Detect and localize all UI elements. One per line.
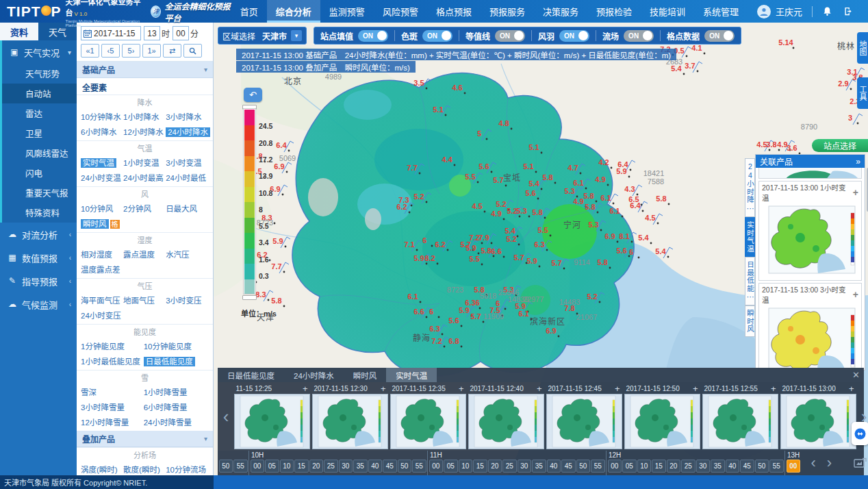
slider-minute-11H55[interactable]: 55 xyxy=(591,460,605,473)
add-overlay-icon[interactable]: + xyxy=(693,384,698,394)
timeline-thumbnail[interactable]: 2017-11-15 12:30+ xyxy=(312,384,388,449)
slider-minute-10H35[interactable]: 35 xyxy=(353,460,368,473)
sidebar-tab-资料[interactable]: 资料 xyxy=(0,23,38,40)
slider-minute-11H00[interactable]: 00 xyxy=(429,460,444,473)
slider-minute-10H00[interactable]: 00 xyxy=(251,460,265,473)
sidebar-item-特殊资料[interactable]: 特殊资料 xyxy=(2,203,77,223)
product-link-1小时降水[interactable]: 1小时降水 xyxy=(122,110,164,123)
timeline-tab-实时气温[interactable]: 实时气温 xyxy=(386,368,437,382)
nav-item-格点预报[interactable]: 格点预报 xyxy=(427,0,481,23)
product-link-3小时降雪量[interactable]: 3小时降雪量 xyxy=(79,400,142,414)
product-link-24小时变温[interactable]: 24小时变温 xyxy=(79,171,122,184)
sidebar-item-自动站[interactable]: 自动站 xyxy=(2,84,77,103)
slider-minute-12H50[interactable]: 50 xyxy=(755,460,769,473)
slider-minute-11H05[interactable]: 05 xyxy=(444,460,458,473)
notifications-bell-icon[interactable] xyxy=(822,6,832,16)
product-link-2分钟风[interactable]: 2分钟风 xyxy=(122,201,164,215)
related-products-header[interactable]: 关联产品» xyxy=(756,155,865,168)
timeline-thumbnail[interactable]: 11-15 12:25+ xyxy=(234,384,310,449)
timeline-thumbnail[interactable]: 2017-11-15 12:35+ xyxy=(390,384,466,449)
slider-minute-12H30[interactable]: 30 xyxy=(696,460,711,473)
nav-item-综合分析[interactable]: 综合分析 xyxy=(267,0,320,23)
close-icon[interactable]: ✕ xyxy=(852,370,860,380)
toggle-switch-风羽[interactable]: ON xyxy=(559,30,589,42)
undo-button[interactable]: ↶ xyxy=(244,88,262,102)
slider-minute-10H50[interactable]: 50 xyxy=(398,460,412,473)
logout-icon[interactable] xyxy=(843,6,854,16)
legend-handle-bottom[interactable] xyxy=(242,295,257,300)
product-link-露点温度[interactable]: 露点温度 xyxy=(122,247,164,261)
slider-minute-55[interactable]: 55 xyxy=(233,460,248,473)
nav-item-系统管理[interactable]: 系统管理 xyxy=(694,0,748,23)
product-link-3小时变温[interactable]: 3小时变温 xyxy=(164,155,207,169)
toggle-switch-色斑[interactable]: ON xyxy=(422,30,452,42)
slider-minute-10H15[interactable]: 15 xyxy=(294,460,309,473)
slider-minute-11H10[interactable]: 10 xyxy=(459,460,473,473)
username[interactable]: 王庆元 xyxy=(776,5,802,18)
slider-minute-10H45[interactable]: 45 xyxy=(383,460,397,473)
slider-minute-10H40[interactable]: 40 xyxy=(368,460,383,473)
region-selector[interactable]: 区域选择 天津市 ▾ xyxy=(218,27,307,45)
avatar[interactable] xyxy=(757,5,771,18)
station-select-button[interactable]: 站点选择 xyxy=(812,139,868,152)
nav-item-预报检验[interactable]: 预报检验 xyxy=(587,0,641,23)
slider-minute-50[interactable]: 50 xyxy=(219,460,233,473)
search-button[interactable] xyxy=(183,44,202,58)
slider-minute-11H40[interactable]: 40 xyxy=(547,460,561,473)
slider-minute-12H20[interactable]: 20 xyxy=(667,460,681,473)
product-link-10分钟风[interactable]: 10分钟风 xyxy=(79,201,122,215)
add-overlay-icon[interactable]: + xyxy=(849,384,854,394)
product-link-地面气压[interactable]: 地面气压 xyxy=(122,293,164,307)
product-link-实时气温[interactable]: 实时气温 xyxy=(79,155,122,169)
sidebar-group-header-天气实况[interactable]: ▣天气实况▾ xyxy=(2,40,77,64)
product-link-24小时最低[interactable]: 24小时最低 xyxy=(164,171,207,184)
basic-products-header[interactable]: 基础产品▾ xyxy=(77,62,213,78)
product-vtab-24小时降⋯[interactable]: 24小时降⋯ xyxy=(745,158,755,217)
slider-minute-12H05[interactable]: 05 xyxy=(622,460,637,473)
add-overlay-icon[interactable]: + xyxy=(853,289,858,300)
hour-input[interactable]: 13 xyxy=(144,26,160,40)
remote-support-icon[interactable] xyxy=(852,422,868,445)
slider-minute-12H10[interactable]: 10 xyxy=(637,460,652,473)
product-link-24小时降雪量[interactable]: 24小时降雪量 xyxy=(142,415,205,429)
map-area[interactable]: 7.74.45.65.14.74.26.45.95.55.75.45.86.14… xyxy=(214,23,868,475)
timeline-thumbnail[interactable]: 2017-11-15 12:50+ xyxy=(624,384,700,449)
add-overlay-icon[interactable]: + xyxy=(537,384,542,394)
page-back-button[interactable]: ‹5 xyxy=(101,44,120,58)
slider-prev-button[interactable]: ‹ xyxy=(811,454,816,472)
product-link-日最大风[interactable]: 日最大风 xyxy=(164,201,207,215)
add-overlay-icon[interactable]: + xyxy=(303,384,308,394)
toggle-switch-等值线[interactable]: ON xyxy=(495,30,525,42)
product-link-雪深[interactable]: 雪深 xyxy=(79,385,142,399)
slider-minute-10H05[interactable]: 05 xyxy=(265,460,279,473)
add-overlay-icon[interactable]: + xyxy=(771,384,776,394)
slider-minute-12H45[interactable]: 45 xyxy=(740,460,754,473)
product-vtab-实时气温[interactable]: 实时气温 xyxy=(745,217,755,257)
product-link-1小时最低能见度[interactable]: 1小时最低能见度 xyxy=(79,354,142,368)
timeline-tab-24小时降水[interactable]: 24小时降水 xyxy=(284,368,344,382)
edge-tab-地图[interactable]: 地图 xyxy=(857,32,868,64)
product-link-瞬时风[interactable]: 瞬时风格 xyxy=(79,216,122,230)
product-link-1小时变温[interactable]: 1小时变温 xyxy=(122,155,164,169)
slider-minute-10H30[interactable]: 30 xyxy=(339,460,353,473)
slider-minute-12H00[interactable]: 00 xyxy=(608,460,622,473)
thumbnails-prev-icon[interactable]: ‹ xyxy=(219,406,233,427)
product-link-1分钟能见度[interactable]: 1分钟能见度 xyxy=(79,339,142,353)
sidebar-item-风廓线雷达[interactable]: 风廓线雷达 xyxy=(2,143,77,163)
nav-item-预报服务[interactable]: 预报服务 xyxy=(481,0,534,23)
timeline-thumbnail[interactable]: 2017-11-15 12:55+ xyxy=(702,384,778,449)
product-link-水汽压[interactable]: 水汽压 xyxy=(164,247,207,261)
page-back-fast-button[interactable]: «1 xyxy=(81,44,99,58)
product-link-12小时降雪量[interactable]: 12小时降雪量 xyxy=(79,415,142,429)
nav-item-技能培训[interactable]: 技能培训 xyxy=(641,0,694,23)
nav-item-决策服务[interactable]: 决策服务 xyxy=(534,0,587,23)
product-link-24小时降水[interactable]: 24小时降水 xyxy=(164,125,207,138)
product-link-海平面气压[interactable]: 海平面气压 xyxy=(79,293,122,307)
product-link-10分钟降水[interactable]: 10分钟降水 xyxy=(79,110,122,123)
product-link-12小时降水[interactable]: 12小时降水 xyxy=(122,125,164,138)
slider-minute-12H55[interactable]: 55 xyxy=(769,460,784,473)
collapse-panel-icon[interactable]: » xyxy=(856,157,860,166)
sidebar-item-天气形势[interactable]: 天气形势 xyxy=(2,64,77,84)
slider-minute-10H55[interactable]: 55 xyxy=(412,460,426,473)
page-forward-button[interactable]: 5› xyxy=(122,44,140,58)
